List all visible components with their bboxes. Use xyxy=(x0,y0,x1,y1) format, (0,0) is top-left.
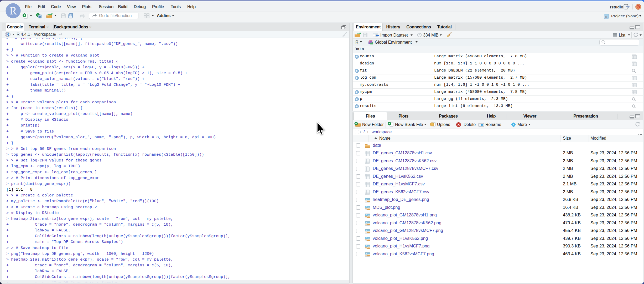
svg-text:R: R xyxy=(605,15,607,18)
svg-text:R: R xyxy=(6,32,9,37)
svg-text:R: R xyxy=(9,5,17,17)
svg-text:R: R xyxy=(39,15,41,18)
